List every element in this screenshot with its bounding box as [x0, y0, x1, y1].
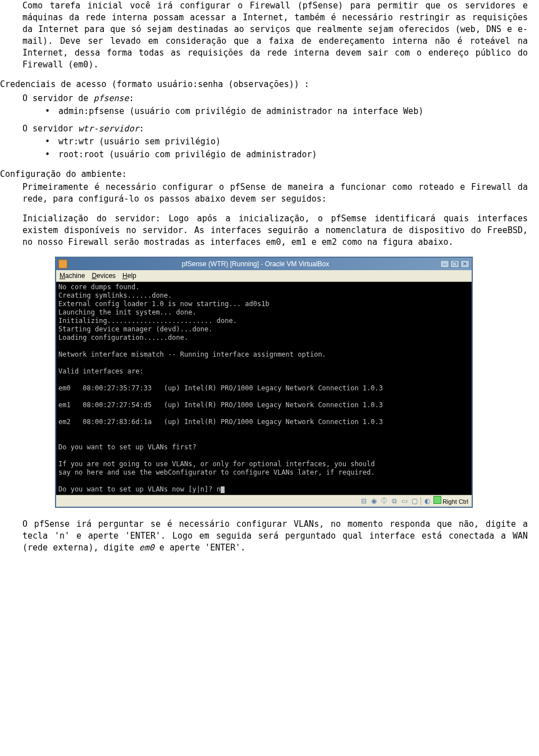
- maximize-button[interactable]: ❐: [450, 260, 459, 268]
- hostkey-label: Right Ctrl: [433, 496, 468, 506]
- after-suffix: e aperte 'ENTER'.: [154, 543, 246, 553]
- server-wtr-prefix: O servidor: [22, 124, 78, 134]
- status-sep: [421, 497, 421, 505]
- menu-help[interactable]: Help: [122, 271, 136, 281]
- net-icon: ⧉: [390, 497, 398, 505]
- display-icon: ▢: [410, 497, 418, 505]
- config-p2: Inicialização do servidor: Logo após a i…: [22, 213, 528, 248]
- mouse-icon: ◐: [423, 497, 431, 505]
- server-pfsense-name: pfsense: [93, 93, 129, 103]
- close-button[interactable]: ✕: [460, 260, 469, 268]
- server-pfsense-line: O servidor de pfsense:: [22, 93, 528, 104]
- window-buttons: – ❐ ✕: [440, 260, 469, 268]
- vbox-icon: [58, 259, 67, 268]
- after-vm-paragraph: O pfSense irá perguntar se é necessário …: [22, 518, 528, 554]
- hostkey-icon: [433, 496, 441, 504]
- vm-titlebar[interactable]: pfSense (WTR) [Running] - Oracle VM Virt…: [56, 258, 472, 270]
- minimize-button[interactable]: –: [440, 260, 449, 268]
- after-em0: em0: [139, 543, 154, 553]
- menu-machine[interactable]: MMachineachine: [60, 271, 85, 281]
- config-heading: Configuração do ambiente:: [0, 168, 528, 180]
- pfsense-cred-list: admin:pfsense (usuário com privilégio de…: [45, 106, 528, 117]
- console-text: No core dumps found. Creating symlinks..…: [58, 283, 383, 493]
- colon-2: :: [139, 124, 144, 134]
- usb-icon: ⏀: [380, 497, 388, 505]
- vm-title: pfSense (WTR) [Running] - Oracle VM Virt…: [71, 259, 440, 269]
- console-cursor: [221, 486, 225, 493]
- credentials-heading: Credenciais de acesso (formato usuário:s…: [0, 79, 528, 90]
- server-wtr-line: O servidor wtr-servidor:: [22, 123, 528, 135]
- cred-wtr1: wtr:wtr (usuário sem privilégio): [45, 136, 528, 148]
- hostkey-text: Right Ctrl: [442, 498, 468, 505]
- cred-wtr2: root:root (usuário com privilégio de adm…: [45, 149, 528, 161]
- vm-menubar: MMachineachine Devices Help: [56, 270, 472, 282]
- colon-1: :: [129, 93, 134, 103]
- vm-console[interactable]: No core dumps found. Creating symlinks..…: [56, 282, 472, 495]
- shared-icon: ▭: [400, 497, 408, 505]
- menu-devices[interactable]: Devices: [92, 271, 116, 281]
- vm-window: pfSense (WTR) [Running] - Oracle VM Virt…: [56, 257, 472, 507]
- config-p1: Primeiramente é necessário configurar o …: [22, 181, 528, 205]
- vm-statusbar: ⊟ ◉ ⏀ ⧉ ▭ ▢ ◐ Right Ctrl: [56, 495, 472, 507]
- cred-pfsense: admin:pfsense (usuário com privilégio de…: [45, 106, 528, 117]
- after-prefix: O pfSense irá perguntar se é necessário …: [22, 519, 528, 553]
- wtr-cred-list: wtr:wtr (usuário sem privilégio) root:ro…: [45, 136, 528, 161]
- hd-icon: ⊟: [360, 497, 368, 505]
- server-wtr-name: wtr-servidor: [78, 124, 139, 134]
- cd-icon: ◉: [370, 497, 378, 505]
- server-pfsense-prefix: O servidor de: [22, 93, 93, 103]
- intro-paragraph: Como tarefa inicial você irá configurar …: [22, 0, 528, 71]
